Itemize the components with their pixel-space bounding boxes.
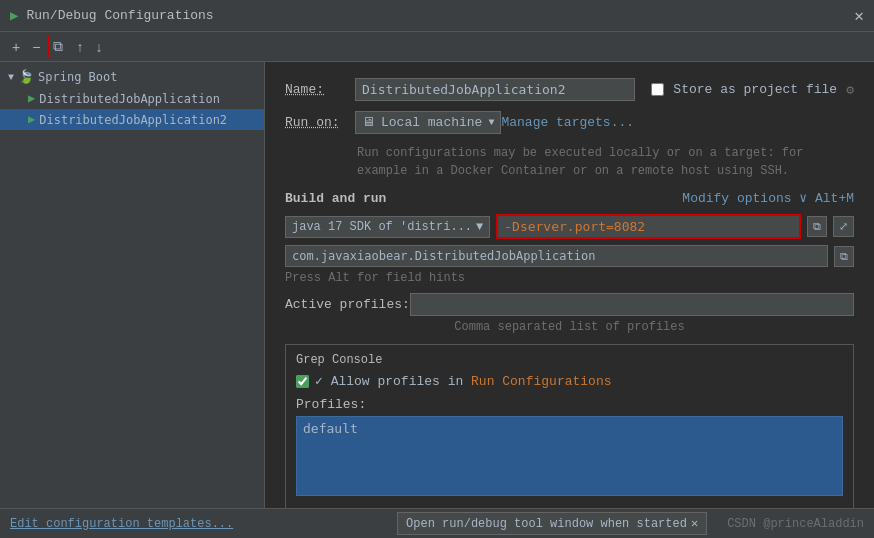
vm-options-input[interactable] [496, 214, 801, 239]
build-run-row: java 17 SDK of 'distri... ▼ ⧉ ⤢ [285, 214, 854, 239]
run-on-label: Run on: [285, 115, 355, 130]
run-on-row: Run on: 🖥 Local machine ▼ Manage targets… [285, 111, 854, 134]
main-layout: ▼ 🍃 Spring Boot ▶ DistributedJobApplicat… [0, 62, 874, 508]
profiles-textarea[interactable]: default [296, 416, 843, 496]
sidebar-item-app2[interactable]: ▶ DistributedJobApplication2 [0, 109, 264, 130]
bottom-bar: Edit configuration templates... Open run… [0, 508, 874, 538]
tool-window-label: Open run/debug tool window when started [406, 517, 687, 531]
toolbar: + − ⧉ ↑ ↓ [0, 32, 874, 62]
sdk-dropdown[interactable]: java 17 SDK of 'distri... ▼ [285, 216, 490, 238]
copy-config-button[interactable]: ⧉ [48, 35, 68, 58]
run-configs-highlight: Run Configurations [471, 374, 611, 389]
run-on-dropdown[interactable]: 🖥 Local machine ▼ [355, 111, 501, 134]
manage-targets-link[interactable]: Manage targets... [501, 115, 634, 130]
sdk-arrow: ▼ [476, 220, 483, 234]
sdk-label: java 17 SDK of 'distri... [292, 220, 472, 234]
content-panel: Name: Store as project file ⚙ Run on: 🖥 … [265, 62, 874, 508]
run-debug-icon: ▶ [10, 7, 18, 24]
allow-profiles-row: ✓ Allow profiles in Run Configurations [296, 373, 843, 389]
app1-icon: ▶ [28, 91, 35, 106]
active-profiles-input[interactable] [410, 293, 854, 316]
store-as-project-checkbox[interactable] [651, 83, 664, 96]
sidebar-item-app1[interactable]: ▶ DistributedJobApplication [0, 88, 264, 109]
watermark: CSDN @princeAladdin [727, 517, 864, 531]
close-button[interactable]: ✕ [854, 6, 864, 26]
modify-options-link[interactable]: Modify options ∨ Alt+M [682, 190, 854, 206]
name-label: Name: [285, 82, 355, 97]
grep-console-title: Grep Console [296, 353, 843, 367]
machine-icon: 🖥 [362, 115, 375, 130]
tool-window-close-icon[interactable]: ✕ [691, 516, 698, 531]
config-templates-link[interactable]: Edit configuration templates... [10, 517, 233, 531]
run-on-value: Local machine [381, 115, 482, 130]
name-input[interactable] [355, 78, 635, 101]
dropdown-arrow: ▼ [488, 117, 494, 128]
main-class-row: ⧉ [285, 245, 854, 267]
allow-profiles-label: ✓ Allow profiles in Run Configurations [315, 373, 612, 389]
spring-boot-label: Spring Boot [38, 70, 117, 84]
field-hint: Press Alt for field hints [285, 271, 854, 285]
profiles-label: Profiles: [296, 397, 843, 412]
name-row: Name: Store as project file ⚙ [285, 78, 854, 101]
spring-boot-arrow: ▼ [8, 72, 14, 83]
title-bar-text: Run/Debug Configurations [26, 8, 854, 23]
app2-label: DistributedJobApplication2 [39, 113, 227, 127]
remove-config-button[interactable]: − [28, 37, 44, 57]
store-as-project-label: Store as project file [673, 82, 837, 97]
vm-expand-button[interactable]: ⤢ [833, 216, 854, 237]
vm-copy-button[interactable]: ⧉ [807, 216, 827, 237]
spring-boot-icon: 🍃 [18, 69, 34, 85]
run-hint: Run configurations may be executed local… [357, 144, 854, 180]
title-bar: ▶ Run/Debug Configurations ✕ [0, 0, 874, 32]
build-run-section-header: Build and run Modify options ∨ Alt+M [285, 190, 854, 206]
app1-label: DistributedJobApplication [39, 92, 220, 106]
active-profiles-label: Active profiles: [285, 297, 410, 312]
grep-console-group: Grep Console ✓ Allow profiles in Run Con… [285, 344, 854, 508]
store-settings-icon: ⚙ [846, 82, 854, 98]
app2-icon: ▶ [28, 112, 35, 127]
main-class-copy-button[interactable]: ⧉ [834, 246, 854, 267]
allow-profiles-checkbox[interactable] [296, 375, 309, 388]
build-run-title: Build and run [285, 191, 386, 206]
main-class-input[interactable] [285, 245, 828, 267]
tool-window-button[interactable]: Open run/debug tool window when started … [397, 512, 707, 535]
sidebar: ▼ 🍃 Spring Boot ▶ DistributedJobApplicat… [0, 62, 265, 508]
spring-boot-group[interactable]: ▼ 🍃 Spring Boot [0, 66, 264, 88]
move-down-button[interactable]: ↓ [91, 37, 106, 57]
profiles-hint: Comma separated list of profiles [285, 320, 854, 334]
add-config-button[interactable]: + [8, 37, 24, 57]
store-as-project-area: Store as project file ⚙ [651, 82, 854, 98]
active-profiles-row: Active profiles: [285, 293, 854, 316]
move-up-button[interactable]: ↑ [72, 37, 87, 57]
